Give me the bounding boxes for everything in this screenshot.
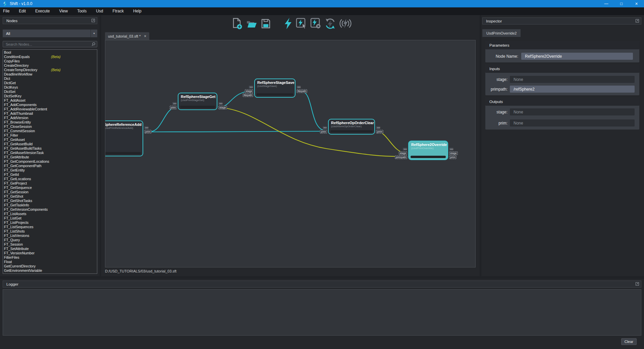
node-type-item[interactable]: DictGet: [4, 81, 97, 85]
node-type-item[interactable]: GetCurrentDirectory: [4, 264, 97, 268]
port-connector-icon[interactable]: >>>: [249, 86, 253, 89]
undock-icon[interactable]: [636, 282, 639, 286]
menu-item-view[interactable]: View: [54, 7, 72, 15]
port-label-stage[interactable]: stage: [245, 89, 253, 93]
node-type-item[interactable]: FT_GetComponentLocations: [4, 159, 97, 164]
node-type-item[interactable]: DictKeys: [4, 85, 97, 90]
port-label-prim[interactable]: prim: [320, 130, 327, 134]
node-type-item[interactable]: FT_ListGet: [4, 216, 97, 220]
node-type-item[interactable]: Dict: [4, 77, 97, 81]
node-type-item[interactable]: FT_ListSequences: [4, 225, 97, 229]
port-label-prim[interactable]: prim: [449, 155, 457, 159]
node-type-item[interactable]: FT_Query: [4, 238, 97, 242]
node-type-item[interactable]: FT_Filter: [4, 133, 97, 138]
node-type-item[interactable]: FT_GetShotTasks: [4, 199, 97, 203]
node-type-item[interactable]: FT_GetId: [4, 172, 97, 177]
node-type-item[interactable]: FT_GetAssetBuildTasks: [4, 146, 97, 151]
tab-usd-tutorial[interactable]: usd_tutorial_03.sft * ×: [105, 32, 149, 40]
node-type-item[interactable]: DictSet: [4, 90, 97, 94]
port-label-prim[interactable]: prim: [376, 130, 383, 134]
port-label-filepath[interactable]: filepath: [243, 93, 253, 97]
node-type-item[interactable]: FT_GetSequence: [4, 186, 97, 190]
node-type-item[interactable]: FT_VersionNumber: [4, 251, 97, 255]
edge-cyan[interactable]: [150, 107, 176, 132]
port-label-primpath[interactable]: primpath: [395, 155, 407, 159]
tab-close-icon[interactable]: ×: [144, 34, 146, 39]
minimize-button[interactable]: —: [599, 0, 614, 7]
node-type-item[interactable]: Bool: [4, 50, 97, 55]
node-type-item[interactable]: FT_ListShots: [4, 229, 97, 234]
node-type-item[interactable]: FT_GetAttribute: [4, 155, 97, 159]
node-type-item[interactable]: FT_ListAssets: [4, 212, 97, 216]
node-type-item[interactable]: FT_GetLocations: [4, 177, 97, 181]
node-type-item[interactable]: FT_Session: [4, 242, 97, 247]
new-file-icon[interactable]: [232, 18, 243, 30]
node-type-item[interactable]: FT_GetAssetVersionTask: [4, 151, 97, 155]
menu-item-file[interactable]: File: [0, 7, 14, 15]
node-type-item[interactable]: FT_GetEntity: [4, 168, 97, 172]
input-primpath-field[interactable]: /refSphere2: [510, 86, 635, 93]
node-type-item[interactable]: FT_ListVersions: [4, 234, 97, 238]
node-type-item[interactable]: FilterFiles: [4, 255, 97, 260]
node-type-item[interactable]: FT_BrowseEntity: [4, 120, 97, 124]
node-type-item[interactable]: FT_GetVersionComponents: [4, 207, 97, 212]
graph-node-refspherestageget[interactable]: RefSphereStageGet(UsdPrimStageGet): [178, 93, 217, 110]
input-stage-field[interactable]: None: [510, 76, 635, 83]
node-type-item[interactable]: FT_SetAttribute: [4, 247, 97, 251]
execute-from-node-icon[interactable]: [310, 18, 321, 29]
menu-item-edit[interactable]: Edit: [14, 7, 31, 15]
node-type-item[interactable]: FT_CloseSession: [4, 124, 97, 129]
node-type-item[interactable]: FT_ListProjects: [4, 220, 97, 225]
graph-node-refsphereoporderclear[interactable]: RefSphereOpOrderClear(UsdXformOpOrderCle…: [328, 119, 375, 135]
port-connector-icon[interactable]: >>>: [218, 102, 223, 105]
menu-item-help[interactable]: Help: [128, 7, 146, 15]
node-type-item[interactable]: FT_AddReviewableContent: [4, 107, 97, 111]
graph-node-spherereferenceadd[interactable]: SphereReferenceAdd(UsdPrimReferenceAdd): [105, 120, 143, 156]
inspector-node-tab[interactable]: UsdPrimOverride2: [482, 29, 521, 37]
close-button[interactable]: ×: [629, 0, 644, 7]
port-label-prim[interactable]: prim: [144, 130, 152, 134]
port-label-filepath[interactable]: filepath: [297, 89, 307, 93]
clear-logger-button[interactable]: Clear: [621, 338, 637, 345]
port-connector-icon[interactable]: >>>: [144, 126, 149, 129]
undock-icon[interactable]: [636, 19, 639, 23]
port-connector-icon[interactable]: >>>: [172, 102, 177, 105]
node-type-item[interactable]: FT_AddAsset: [4, 98, 97, 103]
edge-yellow[interactable]: [377, 132, 407, 153]
node-type-item[interactable]: CreateDirectory: [4, 63, 97, 68]
execute-icon[interactable]: [284, 18, 292, 29]
re-execute-icon[interactable]: [325, 18, 336, 29]
graph-node-refspherestagesave[interactable]: RefSphereStageSave(UsdStageSave): [254, 79, 296, 98]
menu-item-usd[interactable]: Usd: [91, 7, 108, 15]
edge-cyan[interactable]: [150, 131, 327, 132]
node-type-item[interactable]: DictSetKey: [4, 94, 97, 98]
port-connector-icon[interactable]: >>>: [297, 86, 301, 89]
node-type-item[interactable]: FT_GetSession: [4, 190, 97, 194]
node-type-item[interactable]: Float: [4, 260, 97, 264]
node-type-item[interactable]: FT_GetAssetBuild: [4, 142, 97, 146]
menu-item-ftrack[interactable]: Ftrack: [108, 7, 128, 15]
node-filter-dropdown[interactable]: All ▼: [3, 30, 97, 37]
port-label-stage[interactable]: stage: [398, 151, 407, 155]
menu-item-tools[interactable]: Tools: [72, 7, 91, 15]
node-type-item[interactable]: FT_AddComponents: [4, 103, 97, 107]
port-label-stage[interactable]: stage: [449, 151, 458, 155]
port-connector-icon[interactable]: >>>: [323, 126, 327, 129]
node-type-item[interactable]: CopyFiles: [4, 59, 97, 63]
graph-node-refsphere2override[interactable]: RefSphere2Override(UsdPrimOverride): [408, 141, 448, 160]
node-graph-canvas[interactable]: SphereReferenceAdd(UsdPrimReferenceAdd)R…: [105, 40, 476, 267]
port-connector-icon[interactable]: >>>: [403, 148, 407, 151]
node-type-item[interactable]: FT_GetComponentPath: [4, 164, 97, 168]
port-connector-icon[interactable]: >>>: [376, 126, 380, 129]
open-file-icon[interactable]: [246, 19, 257, 28]
maximize-button[interactable]: □: [614, 0, 629, 7]
node-type-item[interactable]: FT_GetTaskInfo: [4, 203, 97, 207]
port-label-prim[interactable]: prim: [169, 106, 177, 109]
port-connector-icon[interactable]: >>>: [449, 148, 453, 151]
save-file-icon[interactable]: [261, 18, 271, 29]
menu-item-execute[interactable]: Execute: [31, 7, 54, 15]
node-type-item[interactable]: FT_GetShot: [4, 194, 97, 199]
node-type-item[interactable]: GetEnvironmentVariable: [4, 268, 97, 273]
node-type-item[interactable]: DeadlineWorkflow: [4, 72, 97, 77]
execute-selected-icon[interactable]: [296, 18, 307, 29]
